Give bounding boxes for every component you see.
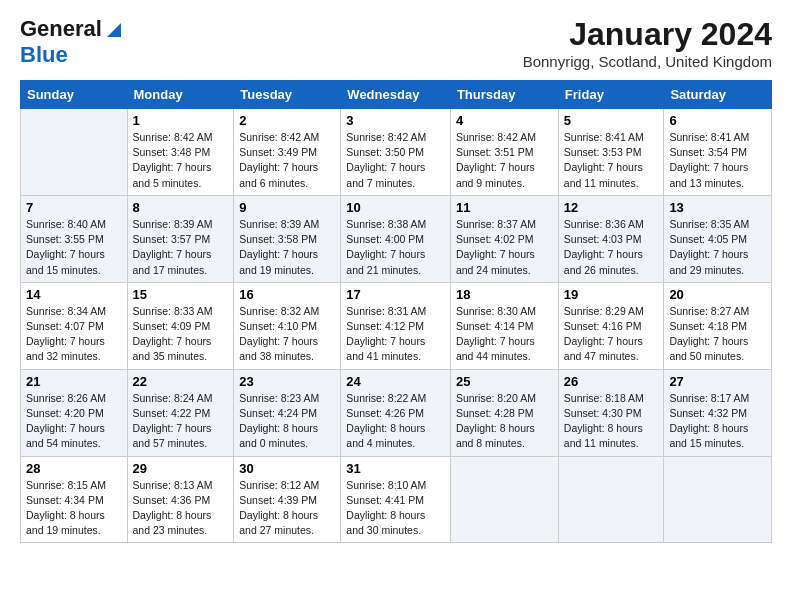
- day-number: 17: [346, 287, 445, 302]
- day-number: 1: [133, 113, 229, 128]
- calendar-cell: 5Sunrise: 8:41 AMSunset: 3:53 PMDaylight…: [558, 109, 664, 196]
- calendar-cell: 30Sunrise: 8:12 AMSunset: 4:39 PMDayligh…: [234, 456, 341, 543]
- calendar-cell: 26Sunrise: 8:18 AMSunset: 4:30 PMDayligh…: [558, 369, 664, 456]
- day-number: 25: [456, 374, 553, 389]
- day-number: 8: [133, 200, 229, 215]
- day-number: 10: [346, 200, 445, 215]
- day-info: Sunrise: 8:35 AMSunset: 4:05 PMDaylight:…: [669, 217, 766, 278]
- calendar-cell: 20Sunrise: 8:27 AMSunset: 4:18 PMDayligh…: [664, 282, 772, 369]
- day-number: 14: [26, 287, 122, 302]
- day-info: Sunrise: 8:10 AMSunset: 4:41 PMDaylight:…: [346, 478, 445, 539]
- calendar-cell: 16Sunrise: 8:32 AMSunset: 4:10 PMDayligh…: [234, 282, 341, 369]
- day-number: 4: [456, 113, 553, 128]
- calendar-cell: [664, 456, 772, 543]
- calendar-cell: 10Sunrise: 8:38 AMSunset: 4:00 PMDayligh…: [341, 195, 451, 282]
- day-number: 16: [239, 287, 335, 302]
- day-info: Sunrise: 8:26 AMSunset: 4:20 PMDaylight:…: [26, 391, 122, 452]
- calendar-cell: 22Sunrise: 8:24 AMSunset: 4:22 PMDayligh…: [127, 369, 234, 456]
- header-saturday: Saturday: [664, 81, 772, 109]
- calendar-cell: 2Sunrise: 8:42 AMSunset: 3:49 PMDaylight…: [234, 109, 341, 196]
- day-number: 13: [669, 200, 766, 215]
- day-number: 3: [346, 113, 445, 128]
- calendar-cell: 7Sunrise: 8:40 AMSunset: 3:55 PMDaylight…: [21, 195, 128, 282]
- calendar-cell: 15Sunrise: 8:33 AMSunset: 4:09 PMDayligh…: [127, 282, 234, 369]
- calendar-cell: 1Sunrise: 8:42 AMSunset: 3:48 PMDaylight…: [127, 109, 234, 196]
- day-number: 23: [239, 374, 335, 389]
- page-header: General Blue January 2024 Bonnyrigg, Sco…: [20, 16, 772, 70]
- calendar-week-row: 1Sunrise: 8:42 AMSunset: 3:48 PMDaylight…: [21, 109, 772, 196]
- day-number: 7: [26, 200, 122, 215]
- calendar-cell: 14Sunrise: 8:34 AMSunset: 4:07 PMDayligh…: [21, 282, 128, 369]
- header-monday: Monday: [127, 81, 234, 109]
- day-info: Sunrise: 8:13 AMSunset: 4:36 PMDaylight:…: [133, 478, 229, 539]
- calendar-cell: [450, 456, 558, 543]
- header-tuesday: Tuesday: [234, 81, 341, 109]
- day-info: Sunrise: 8:42 AMSunset: 3:51 PMDaylight:…: [456, 130, 553, 191]
- header-sunday: Sunday: [21, 81, 128, 109]
- calendar-cell: 29Sunrise: 8:13 AMSunset: 4:36 PMDayligh…: [127, 456, 234, 543]
- day-info: Sunrise: 8:31 AMSunset: 4:12 PMDaylight:…: [346, 304, 445, 365]
- month-title: January 2024: [523, 16, 772, 53]
- day-number: 15: [133, 287, 229, 302]
- calendar-cell: 17Sunrise: 8:31 AMSunset: 4:12 PMDayligh…: [341, 282, 451, 369]
- day-number: 30: [239, 461, 335, 476]
- day-info: Sunrise: 8:36 AMSunset: 4:03 PMDaylight:…: [564, 217, 659, 278]
- day-number: 9: [239, 200, 335, 215]
- day-info: Sunrise: 8:37 AMSunset: 4:02 PMDaylight:…: [456, 217, 553, 278]
- header-friday: Friday: [558, 81, 664, 109]
- day-number: 29: [133, 461, 229, 476]
- day-info: Sunrise: 8:33 AMSunset: 4:09 PMDaylight:…: [133, 304, 229, 365]
- day-info: Sunrise: 8:42 AMSunset: 3:48 PMDaylight:…: [133, 130, 229, 191]
- calendar-week-row: 14Sunrise: 8:34 AMSunset: 4:07 PMDayligh…: [21, 282, 772, 369]
- day-number: 19: [564, 287, 659, 302]
- calendar-cell: 11Sunrise: 8:37 AMSunset: 4:02 PMDayligh…: [450, 195, 558, 282]
- calendar-week-row: 7Sunrise: 8:40 AMSunset: 3:55 PMDaylight…: [21, 195, 772, 282]
- day-info: Sunrise: 8:30 AMSunset: 4:14 PMDaylight:…: [456, 304, 553, 365]
- calendar-cell: 8Sunrise: 8:39 AMSunset: 3:57 PMDaylight…: [127, 195, 234, 282]
- day-number: 12: [564, 200, 659, 215]
- day-number: 27: [669, 374, 766, 389]
- calendar-cell: 18Sunrise: 8:30 AMSunset: 4:14 PMDayligh…: [450, 282, 558, 369]
- calendar-cell: 3Sunrise: 8:42 AMSunset: 3:50 PMDaylight…: [341, 109, 451, 196]
- day-info: Sunrise: 8:42 AMSunset: 3:50 PMDaylight:…: [346, 130, 445, 191]
- location: Bonnyrigg, Scotland, United Kingdom: [523, 53, 772, 70]
- calendar-cell: 4Sunrise: 8:42 AMSunset: 3:51 PMDaylight…: [450, 109, 558, 196]
- calendar-cell: 12Sunrise: 8:36 AMSunset: 4:03 PMDayligh…: [558, 195, 664, 282]
- calendar-cell: 19Sunrise: 8:29 AMSunset: 4:16 PMDayligh…: [558, 282, 664, 369]
- calendar-week-row: 21Sunrise: 8:26 AMSunset: 4:20 PMDayligh…: [21, 369, 772, 456]
- day-number: 20: [669, 287, 766, 302]
- day-info: Sunrise: 8:24 AMSunset: 4:22 PMDaylight:…: [133, 391, 229, 452]
- calendar-cell: [21, 109, 128, 196]
- day-info: Sunrise: 8:39 AMSunset: 3:58 PMDaylight:…: [239, 217, 335, 278]
- day-number: 26: [564, 374, 659, 389]
- day-info: Sunrise: 8:27 AMSunset: 4:18 PMDaylight:…: [669, 304, 766, 365]
- calendar-table: SundayMondayTuesdayWednesdayThursdayFrid…: [20, 80, 772, 543]
- day-info: Sunrise: 8:15 AMSunset: 4:34 PMDaylight:…: [26, 478, 122, 539]
- day-number: 2: [239, 113, 335, 128]
- day-info: Sunrise: 8:42 AMSunset: 3:49 PMDaylight:…: [239, 130, 335, 191]
- svg-marker-0: [107, 23, 121, 37]
- calendar-cell: 21Sunrise: 8:26 AMSunset: 4:20 PMDayligh…: [21, 369, 128, 456]
- day-info: Sunrise: 8:34 AMSunset: 4:07 PMDaylight:…: [26, 304, 122, 365]
- day-number: 31: [346, 461, 445, 476]
- day-number: 11: [456, 200, 553, 215]
- day-info: Sunrise: 8:41 AMSunset: 3:53 PMDaylight:…: [564, 130, 659, 191]
- calendar-cell: 23Sunrise: 8:23 AMSunset: 4:24 PMDayligh…: [234, 369, 341, 456]
- calendar-cell: 31Sunrise: 8:10 AMSunset: 4:41 PMDayligh…: [341, 456, 451, 543]
- day-info: Sunrise: 8:18 AMSunset: 4:30 PMDaylight:…: [564, 391, 659, 452]
- day-info: Sunrise: 8:29 AMSunset: 4:16 PMDaylight:…: [564, 304, 659, 365]
- header-wednesday: Wednesday: [341, 81, 451, 109]
- calendar-cell: 28Sunrise: 8:15 AMSunset: 4:34 PMDayligh…: [21, 456, 128, 543]
- calendar-header-row: SundayMondayTuesdayWednesdayThursdayFrid…: [21, 81, 772, 109]
- logo: General Blue: [20, 16, 125, 68]
- day-info: Sunrise: 8:12 AMSunset: 4:39 PMDaylight:…: [239, 478, 335, 539]
- calendar-cell: 24Sunrise: 8:22 AMSunset: 4:26 PMDayligh…: [341, 369, 451, 456]
- day-info: Sunrise: 8:32 AMSunset: 4:10 PMDaylight:…: [239, 304, 335, 365]
- logo-blue: Blue: [20, 42, 68, 67]
- day-info: Sunrise: 8:40 AMSunset: 3:55 PMDaylight:…: [26, 217, 122, 278]
- day-number: 21: [26, 374, 122, 389]
- calendar-week-row: 28Sunrise: 8:15 AMSunset: 4:34 PMDayligh…: [21, 456, 772, 543]
- day-number: 28: [26, 461, 122, 476]
- day-info: Sunrise: 8:38 AMSunset: 4:00 PMDaylight:…: [346, 217, 445, 278]
- logo-triangle-icon: [103, 19, 125, 41]
